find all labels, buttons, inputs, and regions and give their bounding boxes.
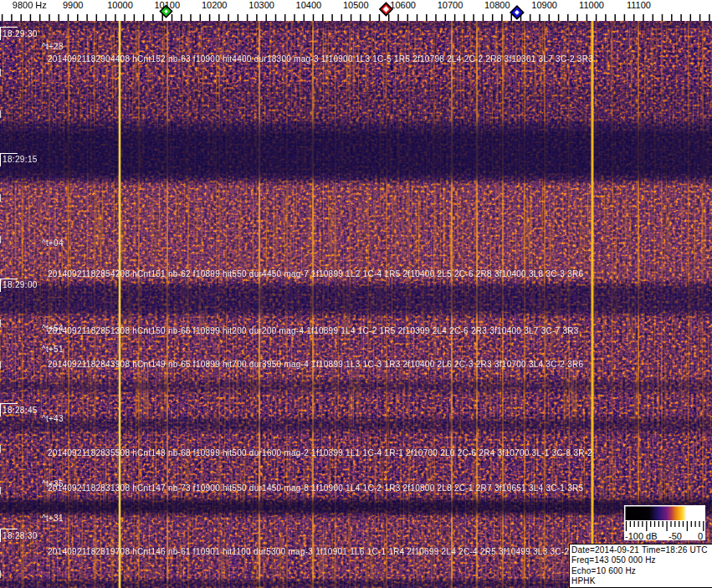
- svg-text:0: 0: [698, 531, 703, 540]
- svg-text:-50: -50: [668, 531, 682, 540]
- svg-text:-100 dB: -100 dB: [625, 531, 658, 540]
